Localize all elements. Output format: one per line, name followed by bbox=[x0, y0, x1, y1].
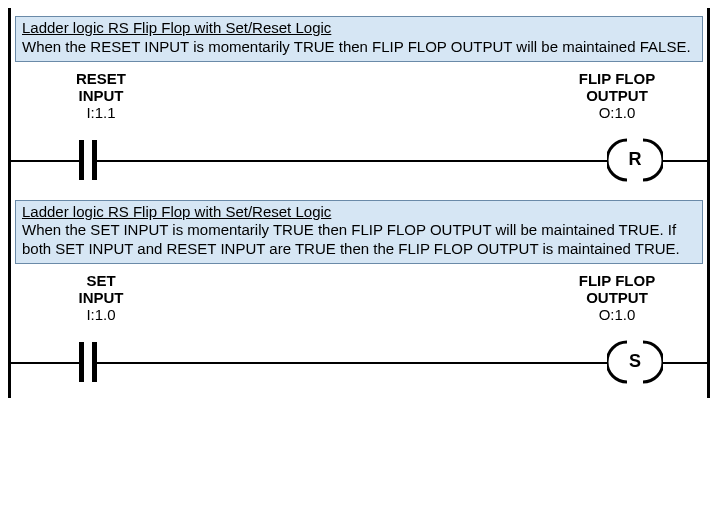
rung1-coil-icon: R bbox=[607, 138, 663, 182]
rung2-input-name2: INPUT bbox=[31, 289, 171, 306]
rung2-comment-title: Ladder logic RS Flip Flop with Set/Reset… bbox=[22, 203, 331, 220]
rung2: SET INPUT I:1.0 FLIP FLOP OUTPUT O:1.0 S bbox=[11, 272, 707, 392]
rung1-wire bbox=[11, 160, 707, 162]
ladder-diagram: Ladder logic RS Flip Flop with Set/Reset… bbox=[8, 8, 710, 398]
rung2-labels: SET INPUT I:1.0 FLIP FLOP OUTPUT O:1.0 bbox=[11, 272, 707, 324]
rung1: RESET INPUT I:1.1 FLIP FLOP OUTPUT O:1.0… bbox=[11, 70, 707, 190]
rung2-coil-icon: S bbox=[607, 340, 663, 384]
rung1-input-address: I:1.1 bbox=[31, 104, 171, 121]
rung2-input-address: I:1.0 bbox=[31, 306, 171, 323]
rung1-input-label: RESET INPUT I:1.1 bbox=[31, 70, 171, 122]
rung2-contact-icon bbox=[65, 342, 111, 382]
rung1-output-name2: OUTPUT bbox=[547, 87, 687, 104]
rung2-wire bbox=[11, 362, 707, 364]
rung2-input-name1: SET bbox=[31, 272, 171, 289]
rung1-comment-body: When the RESET INPUT is momentarily TRUE… bbox=[22, 38, 691, 55]
rung1-output-name1: FLIP FLOP bbox=[547, 70, 687, 87]
rung1-labels: RESET INPUT I:1.1 FLIP FLOP OUTPUT O:1.0 bbox=[11, 70, 707, 122]
rung1-input-name1: RESET bbox=[31, 70, 171, 87]
rung1-input-name2: INPUT bbox=[31, 87, 171, 104]
rung2-input-label: SET INPUT I:1.0 bbox=[31, 272, 171, 324]
rung2-comment-body: When the SET INPUT is momentarily TRUE t… bbox=[22, 221, 680, 257]
rung2-coil-letter: S bbox=[607, 340, 663, 384]
rung1-output-label: FLIP FLOP OUTPUT O:1.0 bbox=[547, 70, 687, 122]
rung2-output-address: O:1.0 bbox=[547, 306, 687, 323]
rung2-output-name1: FLIP FLOP bbox=[547, 272, 687, 289]
rung2-output-name2: OUTPUT bbox=[547, 289, 687, 306]
rung2-output-label: FLIP FLOP OUTPUT O:1.0 bbox=[547, 272, 687, 324]
rung2-comment: Ladder logic RS Flip Flop with Set/Reset… bbox=[15, 200, 703, 264]
rung1-output-address: O:1.0 bbox=[547, 104, 687, 121]
rung1-comment-title: Ladder logic RS Flip Flop with Set/Reset… bbox=[22, 19, 331, 36]
rung1-coil-letter: R bbox=[607, 138, 663, 182]
rung1-contact-icon bbox=[65, 140, 111, 180]
rung1-comment: Ladder logic RS Flip Flop with Set/Reset… bbox=[15, 16, 703, 62]
